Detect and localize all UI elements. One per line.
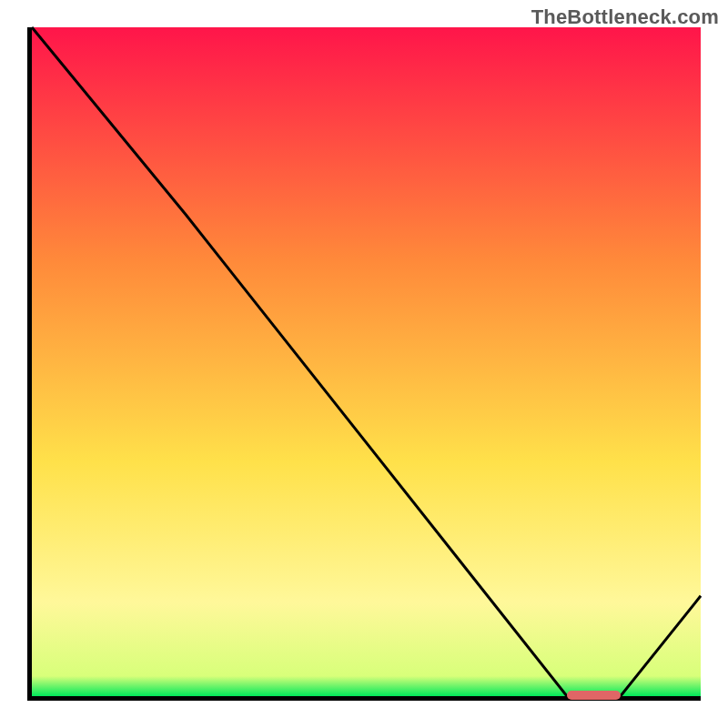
optimal-range-marker (567, 691, 621, 700)
chart-svg (32, 27, 701, 696)
chart-container: TheBottleneck.com (0, 0, 728, 728)
gradient-background (32, 27, 701, 696)
plot-area (32, 27, 701, 696)
watermark-text: TheBottleneck.com (531, 5, 719, 29)
